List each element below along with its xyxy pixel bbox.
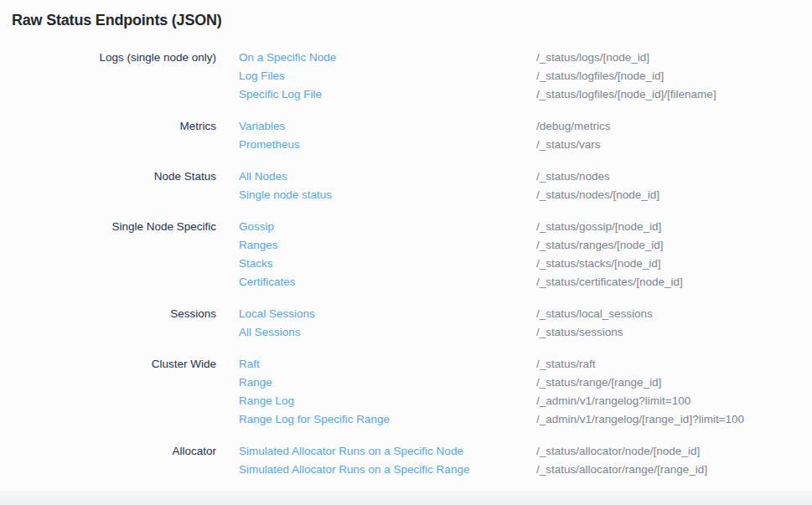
category-label: Node Status [0,167,216,186]
endpoint-row: Local Sessions /_status/local_sessions [239,305,812,323]
endpoint-rows: Local Sessions /_status/local_sessions A… [239,305,812,342]
endpoint-path: /_status/gossip/[node_id] [536,218,661,236]
endpoint-row: Prometheus /_status/vars [239,136,812,154]
endpoint-link[interactable]: Gossip [239,218,536,236]
endpoint-path: /_status/logfiles/[node_id]/[filename] [536,85,716,104]
endpoint-path: /_admin/v1/rangelog/[range_id]?limit=100 [536,410,744,429]
endpoint-link[interactable]: On a Specific Node [239,49,536,67]
category-label: Logs (single node only) [0,49,216,67]
endpoint-link[interactable]: Variables [239,117,536,136]
endpoint-path: /_status/ranges/[node_id] [536,236,664,255]
endpoint-path: /_status/certificates/[node_id] [536,273,683,291]
endpoint-row: Simulated Allocator Runs on a Specific N… [239,442,812,461]
endpoint-path: /_status/logs/[node_id] [536,49,649,67]
endpoint-rows: Raft /_status/raft Range /_status/range/… [239,355,812,429]
endpoint-link[interactable]: Range Log [239,392,536,410]
endpoint-row: Variables /debug/metrics [239,117,812,136]
endpoint-group: Node Status All Nodes /_status/nodes Sin… [0,167,812,204]
endpoint-row: Log Files /_status/logfiles/[node_id] [239,67,812,85]
endpoint-row: Range Log for Specific Range /_admin/v1/… [239,410,812,429]
endpoint-path: /_status/vars [536,136,601,154]
endpoint-rows: All Nodes /_status/nodes Single node sta… [239,167,812,204]
endpoint-row: All Nodes /_status/nodes [239,167,812,186]
raw-status-endpoints-page: Raw Status Endpoints (JSON) Logs (single… [0,0,812,479]
endpoint-group: Sessions Local Sessions /_status/local_s… [0,305,812,342]
category-label: Metrics [0,117,216,136]
endpoint-link[interactable]: Simulated Allocator Runs on a Specific R… [239,461,536,479]
endpoint-row: Certificates /_status/certificates/[node… [239,273,812,291]
category-label: Single Node Specific [0,218,216,236]
endpoint-row: Ranges /_status/ranges/[node_id] [239,236,812,255]
endpoint-path: /_status/local_sessions [536,305,653,323]
endpoint-path: /_status/nodes [536,167,610,186]
category-label: Sessions [0,305,216,323]
endpoint-link[interactable]: Range [239,374,536,392]
page-title: Raw Status Endpoints (JSON) [0,0,812,29]
endpoint-row: All Sessions /_status/sessions [239,323,812,342]
endpoint-row: On a Specific Node /_status/logs/[node_i… [239,49,812,67]
endpoint-link[interactable]: Specific Log File [239,85,536,104]
endpoint-row: Raft /_status/raft [239,355,812,374]
endpoint-row: Simulated Allocator Runs on a Specific R… [239,461,812,479]
footer-band [0,491,812,505]
endpoint-link[interactable]: Single node status [239,186,536,204]
endpoint-path: /_status/range/[range_id] [536,374,661,392]
endpoint-link[interactable]: Simulated Allocator Runs on a Specific N… [239,442,536,461]
endpoint-path: /_status/sessions [536,323,623,342]
endpoint-link[interactable]: Raft [239,355,536,374]
endpoint-link[interactable]: Stacks [239,255,536,273]
endpoint-group: Metrics Variables /debug/metrics Prometh… [0,117,812,154]
category-label: Allocator [0,442,216,461]
endpoint-link[interactable]: All Nodes [239,167,536,186]
endpoint-row: Gossip /_status/gossip/[node_id] [239,218,812,236]
endpoint-group: Single Node Specific Gossip /_status/gos… [0,218,812,291]
endpoint-path: /debug/metrics [536,117,611,136]
endpoint-link[interactable]: All Sessions [239,323,536,342]
endpoint-row: Specific Log File /_status/logfiles/[nod… [239,85,812,104]
endpoint-group: Allocator Simulated Allocator Runs on a … [0,442,812,479]
endpoint-row: Stacks /_status/stacks/[node_id] [239,255,812,273]
endpoint-path: /_status/stacks/[node_id] [536,255,661,273]
endpoint-rows: On a Specific Node /_status/logs/[node_i… [239,49,812,104]
endpoint-path: /_admin/v1/rangelog?limit=100 [536,392,690,410]
category-label: Cluster Wide [0,355,216,374]
endpoint-path: /_status/allocator/range/[range_id] [536,461,707,479]
endpoint-group: Logs (single node only) On a Specific No… [0,49,812,104]
endpoint-link[interactable]: Ranges [239,236,536,255]
endpoint-path: /_status/allocator/node/[node_id] [536,442,700,461]
endpoint-rows: Variables /debug/metrics Prometheus /_st… [239,117,812,154]
endpoint-row: Range Log /_admin/v1/rangelog?limit=100 [239,392,812,410]
endpoint-link[interactable]: Certificates [239,273,536,291]
endpoint-rows: Simulated Allocator Runs on a Specific N… [239,442,812,479]
endpoint-row: Range /_status/range/[range_id] [239,374,812,392]
endpoint-link[interactable]: Log Files [239,67,536,85]
endpoint-link[interactable]: Range Log for Specific Range [239,410,536,429]
endpoint-link[interactable]: Local Sessions [239,305,536,323]
endpoint-path: /_status/logfiles/[node_id] [536,67,664,85]
endpoint-path: /_status/raft [536,355,596,374]
endpoint-groups: Logs (single node only) On a Specific No… [0,49,812,479]
endpoint-group: Cluster Wide Raft /_status/raft Range /_… [0,355,812,429]
endpoint-rows: Gossip /_status/gossip/[node_id] Ranges … [239,218,812,291]
endpoint-path: /_status/nodes/[node_id] [536,186,659,204]
endpoint-link[interactable]: Prometheus [239,136,536,154]
endpoint-row: Single node status /_status/nodes/[node_… [239,186,812,204]
